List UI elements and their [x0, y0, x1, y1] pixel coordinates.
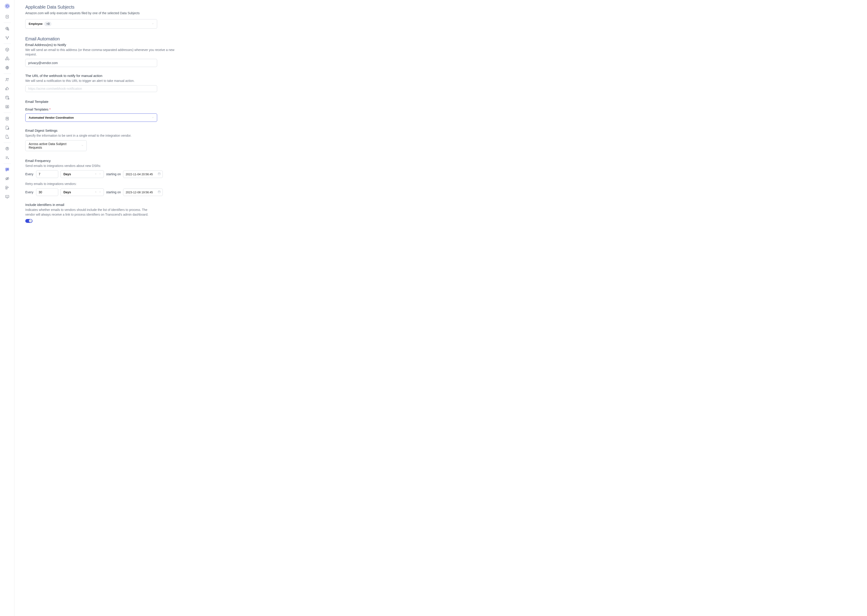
required-indicator: *: [49, 108, 50, 111]
section-data-subjects-title: Applicable Data Subjects: [25, 5, 186, 10]
email-templates-select[interactable]: Automated Vendor Coordination: [25, 113, 157, 122]
email-templates-label-row: Email Templates *: [25, 108, 186, 111]
svg-rect-25: [6, 186, 7, 188]
identifiers-toggle[interactable]: [25, 219, 33, 223]
email-frequency-title: Email Frequency: [25, 159, 186, 163]
send-unit-select[interactable]: Days: [60, 170, 104, 178]
nav-add-block-icon[interactable]: [3, 183, 12, 192]
svg-point-11: [6, 96, 8, 97]
nav-eye-off-icon[interactable]: [3, 174, 12, 183]
nav-compass-icon[interactable]: [3, 144, 12, 153]
email-template-title: Email Template: [25, 100, 186, 104]
email-frequency-send-desc: Send emails to integrations vendors abou…: [25, 163, 186, 168]
svg-point-18: [8, 138, 9, 138]
send-unit-label: Days: [63, 172, 71, 176]
email-frequency-retry-desc: Retry emails to integrations vendors:: [25, 182, 186, 186]
svg-rect-29: [158, 191, 160, 193]
retry-interval-input[interactable]: [36, 189, 58, 196]
email-digest-title: Email Digest Settings: [25, 129, 186, 132]
notify-email-title: Email Address(es) to Notify: [25, 43, 186, 47]
svg-point-10: [8, 78, 8, 79]
nav-flow-icon[interactable]: [3, 33, 12, 42]
svg-rect-21: [7, 168, 9, 169]
nav-grid-icon[interactable]: [3, 165, 12, 174]
calendar-icon: [158, 190, 161, 194]
data-subjects-extra-count: +3: [44, 22, 52, 26]
svg-rect-13: [6, 105, 9, 108]
app-logo-icon[interactable]: [4, 3, 11, 9]
nav-id-icon[interactable]: [3, 102, 12, 111]
email-digest-select[interactable]: Across active Data Subject Requests: [25, 140, 87, 151]
svg-point-19: [6, 147, 9, 150]
retry-frequency-row: Every Days starting on 2023-12-08 19:56:…: [25, 189, 186, 196]
chevron-down-icon: [151, 22, 154, 26]
every-label: Every: [25, 190, 34, 194]
chevron-down-icon: [81, 144, 84, 148]
email-templates-label: Email Templates: [25, 108, 48, 111]
divider: [4, 163, 11, 164]
nav-box-icon[interactable]: [3, 45, 12, 54]
nav-globe-gear-icon[interactable]: [3, 24, 12, 33]
svg-rect-15: [6, 117, 9, 120]
divider: [4, 22, 11, 23]
nav-file-search-icon[interactable]: [3, 123, 12, 132]
nav-search-doc-icon[interactable]: [3, 114, 12, 123]
section-email-automation-title: Email Automation: [25, 36, 186, 41]
send-interval-input[interactable]: [36, 170, 58, 178]
nav-file-gear-icon[interactable]: [3, 132, 12, 141]
webhook-title: The URL of the webhook to notify for man…: [25, 74, 186, 78]
email-templates-selected: Automated Vendor Coordination: [29, 116, 74, 119]
chevron-down-icon: [99, 190, 101, 194]
every-label: Every: [25, 172, 34, 176]
retry-date-value: 2023-12-08 19:56:45: [126, 190, 153, 194]
svg-rect-28: [158, 173, 160, 175]
data-subjects-select[interactable]: Employee +3: [25, 19, 157, 29]
webhook-input[interactable]: [25, 85, 157, 92]
svg-point-1: [6, 5, 8, 7]
svg-rect-22: [6, 170, 7, 170]
svg-point-9: [6, 78, 7, 79]
email-digest-selected: Across active Data Subject Requests: [29, 142, 78, 149]
svg-point-4: [8, 29, 9, 30]
svg-rect-27: [5, 195, 9, 198]
svg-point-14: [6, 106, 8, 107]
nav-thumbs-icon[interactable]: [3, 84, 12, 93]
nav-globe-icon[interactable]: [3, 63, 12, 72]
calendar-icon: [158, 172, 161, 176]
notify-email-input[interactable]: [25, 59, 157, 67]
nav-list-add-icon[interactable]: [3, 153, 12, 162]
send-date-value: 2022-11-04 20:56:45: [126, 173, 153, 176]
clear-icon[interactable]: [95, 190, 97, 194]
clear-icon[interactable]: [95, 173, 97, 176]
toggle-knob: [29, 219, 32, 222]
send-frequency-row: Every Days starting on 2022-11-04 20:56:…: [25, 170, 186, 178]
nav-power-icon[interactable]: [3, 12, 12, 21]
notify-email-desc: We will send an email to this address (o…: [25, 47, 186, 57]
identifiers-desc: Indicates whether emails to vendors shou…: [25, 207, 152, 217]
send-date-input[interactable]: 2022-11-04 20:56:45: [123, 171, 163, 178]
svg-point-0: [5, 4, 9, 8]
retry-unit-label: Days: [63, 190, 71, 194]
nav-users-icon[interactable]: [3, 75, 12, 84]
nav-code-screen-icon[interactable]: [3, 192, 12, 201]
nav-database-icon[interactable]: [3, 93, 12, 102]
retry-date-input[interactable]: 2023-12-08 19:56:45: [123, 189, 163, 196]
webhook-desc: We will send a notification to this URL …: [25, 79, 186, 83]
svg-rect-23: [7, 170, 9, 170]
data-subjects-selected-label: Employee: [29, 22, 43, 25]
chevron-down-icon: [151, 116, 154, 119]
email-digest-desc: Specify the information to be sent in a …: [25, 133, 186, 138]
starting-on-label: starting on: [106, 190, 121, 194]
nav-boxes-icon[interactable]: [3, 54, 12, 63]
section-data-subjects-desc: Amazon.com will only execute requests fi…: [25, 11, 186, 16]
sidebar: [0, 0, 14, 616]
svg-rect-26: [6, 188, 7, 189]
retry-unit-select[interactable]: Days: [60, 189, 104, 196]
starting-on-label: starting on: [106, 172, 121, 176]
identifiers-title: Include identifiers in email: [25, 203, 186, 207]
main-content: Applicable Data Subjects Amazon.com will…: [20, 0, 191, 616]
chevron-down-icon: [99, 172, 101, 176]
svg-rect-20: [6, 168, 7, 169]
